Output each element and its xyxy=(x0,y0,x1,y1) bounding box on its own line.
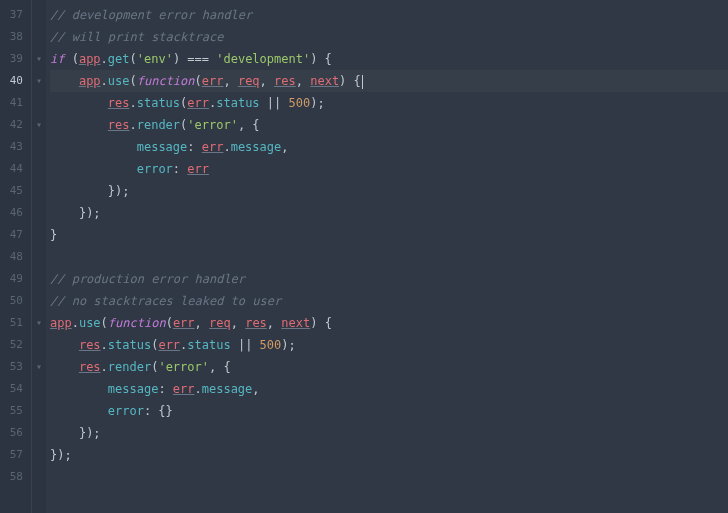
line-number-gutter[interactable]: 3738394041424344454647484950515253545556… xyxy=(0,0,32,513)
line-number[interactable]: 45 xyxy=(0,180,31,202)
token-prop: get xyxy=(108,52,130,66)
code-line[interactable]: if (app.get('env') === 'development') { xyxy=(50,48,728,70)
token-plain: }); xyxy=(79,206,101,220)
code-line[interactable]: } xyxy=(50,224,728,246)
token-var: req xyxy=(209,316,231,330)
code-line[interactable]: // development error handler xyxy=(50,4,728,26)
code-editor[interactable]: 3738394041424344454647484950515253545556… xyxy=(0,0,728,513)
token-plain: ) { xyxy=(310,316,332,330)
line-number[interactable]: 41 xyxy=(0,92,31,114)
code-area[interactable]: // development error handler// will prin… xyxy=(46,0,728,513)
token-var: app xyxy=(79,52,101,66)
code-line[interactable]: res.render('error', { xyxy=(50,114,728,136)
code-line[interactable]: error: {} xyxy=(50,400,728,422)
code-line[interactable]: res.render('error', { xyxy=(50,356,728,378)
token-plain: ( xyxy=(101,316,108,330)
code-line[interactable]: // no stacktraces leaked to user xyxy=(50,290,728,312)
line-number[interactable]: 39 xyxy=(0,48,31,70)
token-prop: message xyxy=(137,140,188,154)
line-number[interactable]: 43 xyxy=(0,136,31,158)
token-prop: message xyxy=(231,140,282,154)
token-var: res xyxy=(79,360,101,374)
line-number[interactable]: 40 xyxy=(0,70,31,92)
code-line[interactable]: }); xyxy=(50,180,728,202)
token-comment: // no stacktraces leaked to user xyxy=(50,294,281,308)
code-line[interactable] xyxy=(50,246,728,268)
line-number[interactable]: 54 xyxy=(0,378,31,400)
token-plain: ) { xyxy=(310,52,332,66)
token-fn: function xyxy=(137,74,195,88)
fold-toggle-icon[interactable]: ▾ xyxy=(32,114,46,136)
line-number[interactable]: 46 xyxy=(0,202,31,224)
code-line[interactable]: // production error handler xyxy=(50,268,728,290)
line-number[interactable]: 47 xyxy=(0,224,31,246)
token-string: 'error' xyxy=(158,360,209,374)
line-number[interactable]: 48 xyxy=(0,246,31,268)
line-number[interactable]: 53 xyxy=(0,356,31,378)
code-line[interactable]: message: err.message, xyxy=(50,136,728,158)
code-line[interactable]: // will print stacktrace xyxy=(50,26,728,48)
token-prop: message xyxy=(108,382,159,396)
fold-spacer xyxy=(32,136,46,158)
token-plain: . xyxy=(129,96,136,110)
token-prop: error xyxy=(108,404,144,418)
token-comment: // development error handler xyxy=(50,8,252,22)
code-line[interactable]: }); xyxy=(50,444,728,466)
token-var: err xyxy=(173,316,195,330)
line-number[interactable]: 37 xyxy=(0,4,31,26)
line-number[interactable]: 50 xyxy=(0,290,31,312)
token-plain: ) { xyxy=(339,74,361,88)
fold-toggle-icon[interactable]: ▾ xyxy=(32,312,46,334)
fold-gutter[interactable]: ▾▾▾▾▾ xyxy=(32,0,46,513)
code-line[interactable]: message: err.message, xyxy=(50,378,728,400)
line-number[interactable]: 56 xyxy=(0,422,31,444)
line-number[interactable]: 51 xyxy=(0,312,31,334)
text-cursor xyxy=(362,75,363,89)
code-line[interactable]: app.use(function(err, req, res, next) { xyxy=(50,312,728,334)
fold-spacer xyxy=(32,290,46,312)
fold-toggle-icon[interactable]: ▾ xyxy=(32,70,46,92)
fold-spacer xyxy=(32,4,46,26)
code-line[interactable]: error: err xyxy=(50,158,728,180)
fold-spacer xyxy=(32,466,46,488)
fold-spacer xyxy=(32,268,46,290)
fold-spacer xyxy=(32,378,46,400)
line-number[interactable]: 55 xyxy=(0,400,31,422)
fold-spacer xyxy=(32,92,46,114)
line-number[interactable]: 44 xyxy=(0,158,31,180)
token-plain: ) === xyxy=(173,52,216,66)
line-number[interactable]: 57 xyxy=(0,444,31,466)
token-plain: . xyxy=(101,52,108,66)
token-plain: ( xyxy=(130,74,137,88)
line-number[interactable]: 38 xyxy=(0,26,31,48)
fold-spacer xyxy=(32,400,46,422)
token-var: res xyxy=(274,74,296,88)
token-var: res xyxy=(108,118,130,132)
token-plain: . xyxy=(72,316,79,330)
fold-toggle-icon[interactable]: ▾ xyxy=(32,356,46,378)
token-keyword: if xyxy=(50,52,64,66)
line-number[interactable]: 52 xyxy=(0,334,31,356)
token-var: err xyxy=(173,382,195,396)
token-var: res xyxy=(108,96,130,110)
token-plain: , xyxy=(296,74,310,88)
token-prop: render xyxy=(108,360,151,374)
token-plain: . xyxy=(101,74,108,88)
code-line[interactable]: }); xyxy=(50,422,728,444)
fold-end-icon xyxy=(32,444,46,466)
fold-toggle-icon[interactable]: ▾ xyxy=(32,48,46,70)
code-line[interactable]: }); xyxy=(50,202,728,224)
code-line[interactable]: res.status(err.status || 500); xyxy=(50,92,728,114)
token-plain: , { xyxy=(238,118,260,132)
token-number: 500 xyxy=(260,338,282,352)
code-line[interactable]: res.status(err.status || 500); xyxy=(50,334,728,356)
code-line[interactable] xyxy=(50,466,728,488)
code-line[interactable]: app.use(function(err, req, res, next) { xyxy=(50,70,728,92)
token-prop: status xyxy=(137,96,180,110)
line-number[interactable]: 49 xyxy=(0,268,31,290)
token-plain: , xyxy=(195,316,209,330)
line-number[interactable]: 58 xyxy=(0,466,31,488)
token-prop: error xyxy=(137,162,173,176)
line-number[interactable]: 42 xyxy=(0,114,31,136)
token-string: 'error' xyxy=(187,118,238,132)
